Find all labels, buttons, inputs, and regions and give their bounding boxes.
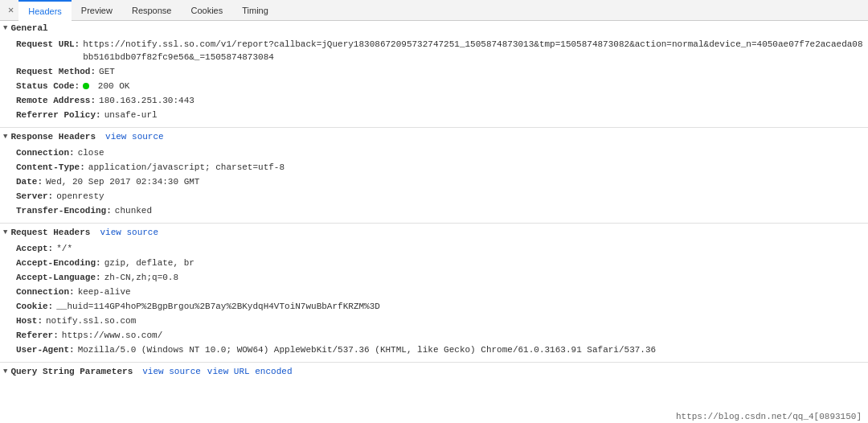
response-headers-title: Response Headers <box>10 132 96 142</box>
field-value-referer: https://www.so.com/ <box>62 329 865 342</box>
field-value-request-method: GET <box>99 65 865 78</box>
table-row: Referer: https://www.so.com/ <box>13 328 868 343</box>
tab-response[interactable]: Response <box>122 0 182 21</box>
field-name-accept: Accept: <box>16 242 53 255</box>
field-value-req-connection: keep-alive <box>78 285 865 298</box>
status-dot-icon <box>83 83 89 89</box>
table-row: User-Agent: Mozilla/5.0 (Windows NT 10.0… <box>13 343 868 357</box>
field-name-date: Date: <box>16 175 43 188</box>
field-value-request-url: https://notify.ssl.so.com/v1/report?call… <box>83 38 865 64</box>
response-headers-section-header[interactable]: ▼ Response Headers view source <box>0 129 868 144</box>
table-row: Date: Wed, 20 Sep 2017 02:34:30 GMT <box>13 175 868 189</box>
field-name-req-connection: Connection: <box>16 285 75 298</box>
field-value-accept-language: zh-CN,zh;q=0.8 <box>104 271 865 284</box>
query-string-title: Query String Parameters <box>10 367 133 376</box>
content-area: ▼ General Request URL: https://notify.ss… <box>0 21 868 423</box>
tab-preview[interactable]: Preview <box>72 0 122 21</box>
query-string-triangle-icon: ▼ <box>3 368 7 376</box>
tab-cookies[interactable]: Cookies <box>181 0 232 21</box>
field-value-connection: close <box>78 146 865 159</box>
field-name-status-code: Status Code: <box>16 80 80 92</box>
field-value-accept-encoding: gzip, deflate, br <box>104 257 865 269</box>
field-name-cookie: Cookie: <box>16 300 53 313</box>
field-value-content-type: application/javascript; charset=utf-8 <box>88 161 865 174</box>
table-row: Request Method: GET <box>13 64 868 79</box>
field-name-accept-language: Accept-Language: <box>16 271 101 284</box>
field-name-accept-encoding: Accept-Encoding: <box>16 257 101 269</box>
request-headers-section-header[interactable]: ▼ Request Headers view source <box>0 225 868 240</box>
close-icon[interactable]: ✕ <box>3 2 18 18</box>
table-row: Accept-Encoding: gzip, deflate, br <box>13 256 868 270</box>
response-headers-body: Connection: close Content-Type: applicat… <box>0 144 868 221</box>
field-name-transfer-encoding: Transfer-Encoding: <box>16 204 112 217</box>
table-row: Remote Address: 180.163.251.30:443 <box>13 93 868 108</box>
query-string-section: ▼ Query String Parameters view source vi… <box>0 364 868 379</box>
field-value-server: openresty <box>56 190 865 203</box>
field-value-cookie: __huid=114GP4hoP%2BgpBrgou%2B7ay%2BKydqH… <box>56 300 865 313</box>
table-row: Cookie: __huid=114GP4hoP%2BgpBrgou%2B7ay… <box>13 299 868 314</box>
field-name-host: Host: <box>16 314 43 327</box>
table-row: Accept: */* <box>13 241 868 256</box>
field-value-transfer-encoding: chunked <box>115 204 865 217</box>
query-string-section-header[interactable]: ▼ Query String Parameters view source vi… <box>0 364 868 379</box>
field-name-request-url: Request URL: <box>16 38 80 51</box>
table-row: Host: notify.ssl.so.com <box>13 314 868 328</box>
field-name-connection: Connection: <box>16 146 75 159</box>
response-headers-view-source-link[interactable]: view source <box>105 132 164 142</box>
bottom-url-text: https://blog.csdn.net/qq_4[0893150] <box>676 412 862 421</box>
request-headers-body: Accept: */* Accept-Encoding: gzip, defla… <box>0 240 868 360</box>
table-row: Transfer-Encoding: chunked <box>13 203 868 218</box>
table-row: Request URL: https://notify.ssl.so.com/v… <box>13 37 868 64</box>
status-badge: 200 OK <box>83 80 129 92</box>
bottom-url-bar: https://blog.csdn.net/qq_4[0893150] <box>669 410 868 423</box>
tab-headers[interactable]: Headers <box>18 0 72 21</box>
tab-timing[interactable]: Timing <box>232 0 278 21</box>
field-name-user-agent: User-Agent: <box>16 343 75 356</box>
field-value-remote-address: 180.163.251.30:443 <box>99 94 865 107</box>
table-row: Content-Type: application/javascript; ch… <box>13 160 868 175</box>
field-value-referrer-policy: unsafe-url <box>104 109 865 121</box>
response-headers-triangle-icon: ▼ <box>3 133 7 141</box>
response-headers-section: ▼ Response Headers view source Connectio… <box>0 129 868 221</box>
general-section-title: General <box>10 23 47 33</box>
field-name-referer: Referer: <box>16 329 59 342</box>
query-string-view-url-encoded-link[interactable]: view URL encoded <box>207 367 293 376</box>
general-section-header[interactable]: ▼ General <box>0 21 868 35</box>
field-value-accept: */* <box>56 242 865 255</box>
request-headers-section: ▼ Request Headers view source Accept: */… <box>0 225 868 360</box>
query-string-view-source-link[interactable]: view source <box>142 367 201 376</box>
field-value-date: Wed, 20 Sep 2017 02:34:30 GMT <box>46 175 865 188</box>
field-name-remote-address: Remote Address: <box>16 94 96 107</box>
field-value-host: notify.ssl.so.com <box>46 314 865 327</box>
general-section-body: Request URL: https://notify.ssl.so.com/v… <box>0 35 868 125</box>
field-name-content-type: Content-Type: <box>16 161 85 174</box>
field-name-request-method: Request Method: <box>16 65 96 78</box>
table-row: Status Code: 200 OK <box>13 79 868 93</box>
field-name-referrer-policy: Referrer Policy: <box>16 109 101 121</box>
request-headers-title: Request Headers <box>10 228 90 237</box>
table-row: Connection: keep-alive <box>13 285 868 299</box>
request-headers-triangle-icon: ▼ <box>3 228 7 236</box>
table-row: Connection: close <box>13 146 868 160</box>
table-row: Referrer Policy: unsafe-url <box>13 108 868 122</box>
general-triangle-icon: ▼ <box>3 24 7 32</box>
table-row: Server: openresty <box>13 189 868 203</box>
table-row: Accept-Language: zh-CN,zh;q=0.8 <box>13 270 868 285</box>
field-value-status-code: 200 OK <box>98 81 130 91</box>
field-name-server: Server: <box>16 190 53 203</box>
tab-bar: ✕ Headers Preview Response Cookies Timin… <box>0 0 868 21</box>
field-value-user-agent: Mozilla/5.0 (Windows NT 10.0; WOW64) App… <box>78 343 865 356</box>
request-headers-view-source-link[interactable]: view source <box>100 228 158 237</box>
general-section: ▼ General Request URL: https://notify.ss… <box>0 21 868 125</box>
